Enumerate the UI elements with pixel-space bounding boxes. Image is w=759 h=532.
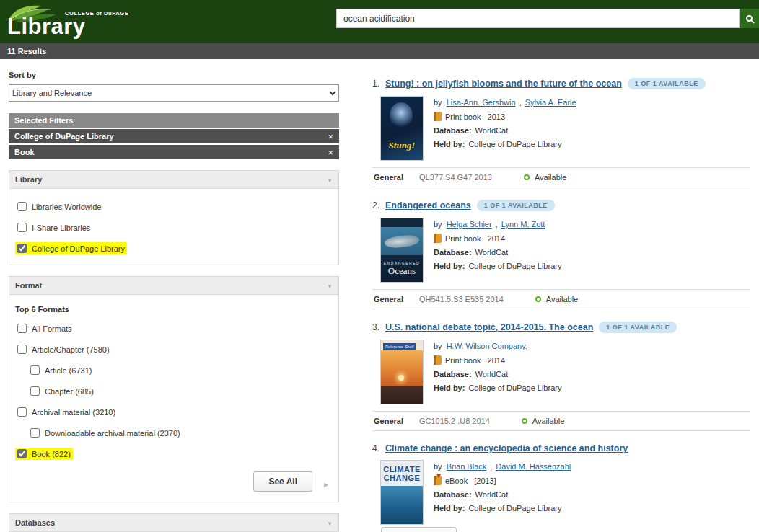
by-label: by [434, 98, 442, 107]
held-by-value: College of DuPage Library [468, 384, 561, 392]
availability-label: Available [535, 173, 566, 182]
result-number: 3. [372, 322, 380, 332]
filter-checkbox[interactable] [30, 365, 40, 375]
result-format: Print book 2014 [434, 355, 561, 365]
logo-title: Library [7, 14, 86, 40]
filter-option-label: Chapter (685) [45, 387, 94, 396]
author-link[interactable]: David M. Hassenzahl [496, 462, 571, 471]
result-availability-row: General GC1015.2 .U8 2014 Available [372, 411, 750, 431]
filter-section-header[interactable]: Databases [9, 514, 338, 532]
search-input[interactable] [336, 9, 740, 28]
filter-option[interactable]: Book (822) [15, 448, 333, 460]
result-held-by: Held by: College of DuPage Library [434, 504, 571, 513]
result-body: Reference Shelf byH.W. Wilson Company. P… [381, 340, 750, 404]
book-cover[interactable]: CLIMATECHANGE [381, 461, 423, 524]
author-link[interactable]: Brian Black [447, 462, 487, 471]
see-all-button[interactable]: See All [253, 471, 312, 492]
filter-checkbox[interactable] [17, 324, 27, 333]
filter-option[interactable]: I-Share Libraries [15, 221, 333, 234]
filter-checkbox[interactable] [17, 244, 27, 253]
filter-option[interactable]: Article/Chapter (7580) [15, 343, 333, 355]
database-label: Database: [434, 248, 472, 257]
filter-option[interactable]: Article (6731) [28, 364, 333, 376]
author-link[interactable]: Lisa-Ann. Gershwin [447, 98, 516, 107]
result-format: eBook [2013] [434, 476, 571, 485]
publication-year: [2013] [474, 476, 496, 485]
book-cover[interactable]: ENDANGEREDOceans [381, 218, 423, 282]
selected-filter-chip: College of DuPage Library [9, 129, 339, 143]
filter-option-inner: Libraries Worldwide [15, 200, 103, 213]
format-label: Print book [445, 234, 481, 243]
book-cover[interactable]: Stung! [381, 97, 423, 160]
result-availability-row: General QH541.5.S3 E535 2014 Available [372, 289, 750, 309]
filter-option[interactable]: All Formats [15, 322, 333, 334]
held-by-label: Held by: [434, 262, 465, 270]
publication-year: 2014 [488, 234, 505, 243]
by-label: by [434, 342, 442, 350]
filter-checkbox[interactable] [17, 407, 27, 417]
result-number: 4. [372, 443, 380, 453]
filter-section-title: Databases [15, 518, 55, 527]
held-by-value: College of DuPage Library [468, 140, 561, 148]
view-online-button[interactable]: View online [381, 527, 457, 532]
format-label: eBook [445, 476, 468, 485]
filter-checkbox[interactable] [17, 202, 27, 211]
filter-checkbox[interactable] [17, 449, 27, 458]
format-label: Print book [445, 112, 481, 121]
filter-section: Library Libraries Worldwide I-Share Libr… [9, 170, 339, 265]
sort-select[interactable]: Library and Relevance [9, 84, 339, 102]
remove-filter-icon[interactable] [328, 132, 333, 141]
filter-option-label: Archival material (3210) [32, 408, 115, 417]
site-header: COLLEGE of DuPAGE Library [0, 0, 759, 43]
filter-section-body: Top 6 Formats All Formats Article/Chapte… [9, 295, 338, 502]
next-arrow-icon[interactable] [324, 477, 328, 490]
filter-checkbox[interactable] [30, 428, 40, 438]
database-value: WorldCat [475, 126, 509, 135]
filter-checkbox[interactable] [17, 345, 27, 354]
result-title-link[interactable]: Endangered oceans [385, 200, 471, 210]
result-title-link[interactable]: U.S. national debate topic, 2014-2015. T… [385, 322, 593, 332]
call-number: QL377.S4 G47 2013 [419, 173, 492, 182]
library-logo[interactable]: COLLEGE of DuPAGE Library [7, 2, 166, 41]
filter-option-inner: Article/Chapter (7580) [15, 343, 112, 355]
result-body: Stung! byLisa-Ann. Gershwin, Sylvia A. E… [381, 97, 750, 160]
result-info: byHelga Schier, Lynn M. Zott Print book … [434, 218, 561, 282]
book-cover[interactable]: Reference Shelf [381, 340, 423, 404]
filter-section-header[interactable]: Library [9, 171, 338, 189]
author-link[interactable]: Sylvia A. Earle [525, 98, 576, 107]
filter-option[interactable]: Chapter (685) [28, 385, 333, 397]
collapse-icon[interactable] [327, 281, 333, 290]
results-count-bar: 11 Results [0, 43, 759, 59]
filter-option[interactable]: Libraries Worldwide [15, 200, 333, 213]
filter-checkbox[interactable] [17, 223, 27, 232]
format-label: Print book [445, 356, 481, 365]
filters-sidebar: Sort by Library and Relevance Selected F… [9, 59, 339, 532]
author-link[interactable]: Lynn M. Zott [501, 220, 545, 229]
author-link[interactable]: H.W. Wilson Company. [447, 342, 527, 350]
result-title-link[interactable]: Stung! : on jellyfish blooms and the fut… [385, 79, 622, 89]
result-title-link[interactable]: Climate change : an encyclopedia of scie… [385, 443, 628, 453]
filter-option[interactable]: Downloadable archival material (2370) [28, 427, 333, 439]
collapse-icon[interactable] [327, 175, 333, 184]
call-number: QH541.5.S3 E535 2014 [419, 295, 504, 303]
availability-badge: 1 OF 1 AVAILABLE [477, 200, 555, 211]
filter-option[interactable]: Archival material (3210) [15, 406, 333, 418]
search-result: 4. Climate change : an encyclopedia of s… [372, 443, 750, 532]
result-database: Database: WorldCat [434, 126, 576, 135]
filter-option-label: I-Share Libraries [32, 223, 90, 232]
see-all-row: See All [15, 471, 333, 492]
filter-option-label: Article/Chapter (7580) [32, 345, 110, 354]
by-label: by [434, 462, 442, 471]
remove-filter-icon[interactable] [328, 148, 333, 156]
filter-section-title: Library [15, 175, 42, 184]
result-header: 4. Climate change : an encyclopedia of s… [372, 443, 750, 453]
filter-section-header[interactable]: Format [9, 277, 338, 295]
filter-option[interactable]: College of DuPage Library [15, 242, 333, 254]
author-link[interactable]: Helga Schier [447, 220, 492, 229]
filter-checkbox[interactable] [30, 386, 40, 396]
available-icon [524, 174, 530, 180]
filter-section: Databases All Databases WorldCat.org (11… [9, 513, 339, 532]
filter-section: Format Top 6 Formats All Formats Article… [9, 276, 339, 502]
collapse-icon[interactable] [327, 518, 333, 527]
search-button[interactable] [740, 9, 759, 28]
